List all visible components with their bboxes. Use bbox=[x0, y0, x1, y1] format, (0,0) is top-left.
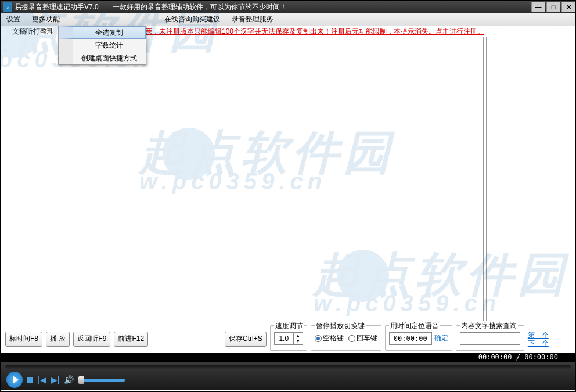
volume-thumb[interactable] bbox=[78, 376, 84, 384]
dropdown-word-count[interactable]: 字数统计 bbox=[59, 39, 146, 52]
search-next[interactable]: 下一个 bbox=[528, 339, 549, 347]
speed-down-icon[interactable]: ▼ bbox=[293, 339, 303, 344]
volume-slider[interactable] bbox=[78, 379, 125, 382]
prev-track-icon[interactable]: |◀ bbox=[38, 375, 46, 384]
rewind-button[interactable]: 返回听F9 bbox=[73, 332, 110, 347]
next-track-icon[interactable]: ▶| bbox=[51, 375, 60, 384]
volume-icon[interactable]: 🔊 bbox=[64, 375, 74, 384]
menu-service[interactable]: 录音整理服务 bbox=[226, 13, 279, 26]
window-title: 易捷录音整理速记助手V7.0 一款好用的录音整理辅助软件，可以为你节约不少时间！ bbox=[15, 2, 530, 12]
dropdown-select-all[interactable]: 全选复制 bbox=[59, 26, 146, 39]
play-button[interactable]: 播 放 bbox=[46, 332, 70, 347]
locate-fieldset: 用时间定位语音 00:00:00 确定 bbox=[385, 325, 452, 351]
pause-label: 暂停播放切换键 bbox=[315, 321, 366, 331]
minimize-button[interactable]: — bbox=[531, 2, 545, 12]
player-bar: |◀ ▶| 🔊 bbox=[1, 362, 575, 390]
pause-fieldset: 暂停播放切换键 空格键 回车键 bbox=[311, 325, 381, 351]
radio-enter-label: 回车键 bbox=[357, 333, 377, 343]
control-panel: 标时间F8 播 放 返回听F9 前进F12 保存Ctrl+S 速度调节 1.0 … bbox=[1, 325, 575, 353]
mark-time-button[interactable]: 标时间F8 bbox=[5, 332, 42, 347]
menu-settings[interactable]: 设置 bbox=[1, 13, 26, 26]
progress-track[interactable] bbox=[5, 365, 571, 369]
play-icon bbox=[13, 376, 19, 384]
text-editor[interactable] bbox=[3, 37, 484, 323]
speed-label: 速度调节 bbox=[274, 321, 304, 331]
save-button[interactable]: 保存Ctrl+S bbox=[225, 332, 267, 347]
dropdown-shortcut[interactable]: 创建桌面快捷方式 bbox=[59, 52, 146, 64]
dropdown-menu: 全选复制 字数统计 创建桌面快捷方式 bbox=[58, 26, 146, 65]
search-fieldset: 内容文字搜索查询 bbox=[456, 325, 524, 351]
locate-label: 用时间定位语音 bbox=[389, 321, 440, 331]
side-panel bbox=[486, 37, 573, 323]
search-first[interactable]: 第一个 bbox=[528, 331, 549, 339]
speed-value: 1.0 bbox=[275, 333, 293, 344]
time-display: 00:00:00 / 00:00:00 bbox=[1, 353, 575, 362]
maximize-button[interactable]: □ bbox=[546, 2, 560, 12]
app-icon: ♪ bbox=[3, 2, 12, 12]
titlebar: ♪ 易捷录音整理速记助手V7.0 一款好用的录音整理辅助软件，可以为你节约不少时… bbox=[1, 1, 575, 13]
speed-fieldset: 速度调节 1.0 ▲▼ bbox=[270, 325, 307, 351]
locate-time-input[interactable]: 00:00:00 bbox=[389, 332, 432, 345]
search-input[interactable] bbox=[460, 332, 520, 345]
close-button[interactable]: ✕ bbox=[561, 2, 575, 12]
radio-enter[interactable]: 回车键 bbox=[348, 333, 377, 343]
menu-more[interactable]: 更多功能 bbox=[26, 13, 66, 26]
radio-space-label: 空格键 bbox=[323, 333, 344, 343]
menu-consult[interactable]: 在线咨询购买建议 bbox=[159, 13, 226, 26]
player-play-button[interactable] bbox=[6, 372, 23, 388]
radio-space[interactable]: 空格键 bbox=[315, 333, 344, 343]
locate-confirm[interactable]: 确定 bbox=[434, 333, 448, 343]
menubar: 设置 更多功能 在线咨询购买建议 录音整理服务 bbox=[1, 13, 575, 26]
search-label: 内容文字搜索查询 bbox=[460, 321, 518, 331]
stop-icon[interactable] bbox=[27, 377, 33, 383]
speed-up-icon[interactable]: ▲ bbox=[293, 333, 303, 339]
speed-spinner[interactable]: 1.0 ▲▼ bbox=[274, 332, 303, 345]
forward-button[interactable]: 前进F12 bbox=[114, 332, 148, 347]
mode-label: 文稿听打整理 bbox=[1, 27, 54, 37]
